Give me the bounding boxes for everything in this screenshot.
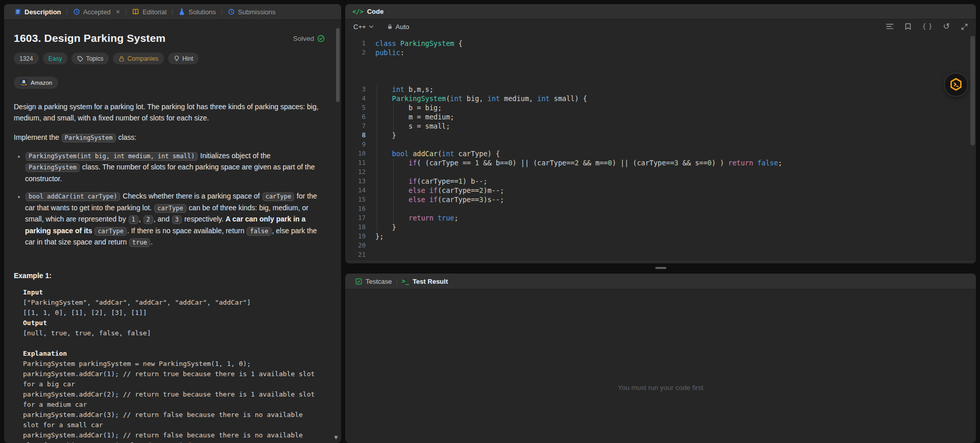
line-number: 4 — [345, 94, 366, 103]
line-number: 10 — [345, 149, 366, 158]
panel-resize-handle[interactable] — [655, 267, 666, 269]
tab-editorial[interactable]: Editorial — [128, 8, 171, 16]
text-segment: Checks whether there is a parking space … — [121, 192, 261, 200]
code-line[interactable]: 18 } — [345, 223, 976, 232]
bullet-item: ParkingSystem(int big, int medium, int s… — [25, 151, 327, 185]
text-segment: respectively. — [182, 215, 226, 223]
tab-label: Description — [25, 8, 61, 16]
line-number: 18 — [345, 223, 366, 232]
brackets-icon[interactable]: { } — [922, 23, 932, 30]
chevron-down-icon — [369, 24, 374, 29]
code-line[interactable]: 1class ParkingSystem { — [345, 39, 976, 48]
tab-label: Editorial — [142, 8, 166, 16]
code-line[interactable]: 9 — [345, 140, 976, 149]
text-segment: Implement the — [14, 133, 61, 141]
code-line-text: if( (carType == 1 && b==0) || (carType==… — [375, 158, 976, 167]
format-icon[interactable] — [886, 23, 894, 30]
code-line-text: if(carType==1) b--; — [375, 177, 976, 186]
code-line[interactable]: 16 — [345, 204, 976, 213]
line-number: 14 — [345, 186, 366, 195]
bullet-item: bool addCar(int carType) Checks whether … — [25, 191, 327, 249]
code-line[interactable]: 3 int b,m,s; — [345, 85, 976, 94]
code-line[interactable]: 10 bool addCar(int carType) { — [345, 149, 976, 158]
tab-submissions[interactable]: Submissions — [224, 8, 280, 16]
line-number: 5 — [345, 103, 366, 112]
code-line[interactable]: 4 ParkingSystem(int big, int medium, int… — [345, 94, 976, 103]
check-square-icon — [355, 278, 362, 285]
amazon-logo-icon: a — [20, 79, 28, 87]
terminal-icon: >_ — [401, 278, 409, 285]
reset-icon[interactable]: ↺ — [943, 22, 950, 31]
tab-description[interactable]: Description — [10, 8, 65, 16]
close-icon[interactable]: × — [116, 8, 120, 15]
test-panel-header: Testcase | >_ Test Result — [345, 274, 976, 289]
scrollbar-thumb[interactable] — [970, 36, 975, 145]
input-values: ["ParkingSystem", "addCar", "addCar", "a… — [23, 298, 322, 318]
inline-code-chip: bool addCar(int carType) — [26, 192, 120, 201]
code-line-text — [375, 241, 976, 250]
language-selector[interactable]: C++ — [353, 23, 374, 31]
code-line[interactable]: 8 } — [345, 131, 976, 140]
code-editor[interactable]: 1class ParkingSystem {2public:3 int b,m,… — [345, 34, 976, 259]
line-number: 7 — [345, 121, 366, 131]
code-line[interactable]: 20 — [345, 241, 976, 250]
description-paragraph: Design a parking system for a parking lo… — [14, 102, 327, 124]
inline-code-chip: 2 — [144, 215, 153, 224]
line-number: 16 — [345, 204, 366, 213]
lock-icon — [387, 23, 393, 30]
hint-badge[interactable]: Hint — [168, 53, 199, 64]
tab-separator: | — [396, 278, 397, 285]
scroll-down-icon[interactable]: ▼ — [333, 434, 339, 441]
line-number: 11 — [345, 158, 366, 167]
code-line[interactable]: 7 s = small; — [345, 121, 976, 131]
code-line-text: b = big; — [375, 103, 976, 112]
tab-testcase[interactable]: Testcase — [352, 278, 395, 285]
code-line-text — [375, 250, 976, 259]
text-segment: . — [151, 238, 153, 246]
code-line[interactable]: 2public: — [345, 48, 976, 57]
company-tag-amazon[interactable]: a Amazon — [14, 77, 58, 89]
tab-test-result[interactable]: >_ Test Result — [398, 278, 451, 285]
expand-icon[interactable] — [961, 23, 968, 30]
rating-badge[interactable]: 1324 — [14, 53, 39, 64]
code-line[interactable]: 12 — [345, 167, 976, 177]
inline-code-chip: false — [247, 227, 271, 236]
code-line[interactable]: 5 b = big; — [345, 103, 976, 112]
code-line[interactable]: 6 m = medium; — [345, 112, 976, 121]
bookmark-icon[interactable] — [905, 23, 911, 30]
code-line-text: int b,m,s; — [375, 85, 976, 94]
floating-terminal-widget[interactable] — [944, 73, 968, 96]
line-number: 17 — [345, 213, 366, 223]
code-line[interactable]: 11 if( (carType == 1 && b==0) || (carTyp… — [345, 158, 976, 167]
hexagon-terminal-icon — [948, 77, 964, 92]
problem-content: 1603. Design Parking System Solved 1324 … — [4, 32, 341, 443]
code-line-text: public: — [375, 48, 976, 57]
scrollbar-thumb[interactable] — [336, 28, 340, 102]
code-line[interactable]: 17 return true; — [345, 213, 976, 223]
companies-badge[interactable]: Companies — [113, 53, 164, 64]
difficulty-badge[interactable]: Easy — [43, 53, 68, 64]
code-line[interactable]: 21 — [345, 250, 976, 259]
solved-status: Solved — [293, 35, 325, 42]
inline-code-chip: ParkingSystem(int big, int medium, int s… — [26, 152, 198, 161]
code-line[interactable]: 19}; — [345, 232, 976, 241]
text-segment: , and — [154, 215, 172, 223]
inline-code-chip: ParkingSystem — [26, 163, 80, 172]
tab-solutions[interactable]: Solutions — [174, 8, 220, 16]
auto-toggle[interactable]: Auto — [387, 23, 410, 31]
tab-label: Testcase — [366, 278, 392, 285]
solved-label: Solved — [293, 35, 314, 42]
explanation-text: ParkingSystem parkingSystem = new Parkin… — [23, 359, 322, 443]
line-number: 21 — [345, 250, 366, 259]
code-line[interactable]: 13 if(carType==1) b--; — [345, 177, 976, 186]
description-paragraph: Implement the ParkingSystem class: — [14, 132, 327, 144]
code-line-text — [375, 140, 976, 149]
check-circle-icon — [317, 35, 325, 42]
code-editor-panel: </> Code C++ Auto { } ↺ 1class Parking — [345, 4, 976, 263]
line-number: 9 — [345, 140, 366, 149]
code-line[interactable]: 14 else if(carType==2)m--; — [345, 186, 976, 195]
tag-icon — [77, 56, 83, 62]
topics-badge[interactable]: Topics — [71, 53, 109, 64]
tab-accepted[interactable]: Accepted × — [69, 8, 124, 16]
code-line[interactable]: 15 else if(carType==3)s--; — [345, 195, 976, 204]
